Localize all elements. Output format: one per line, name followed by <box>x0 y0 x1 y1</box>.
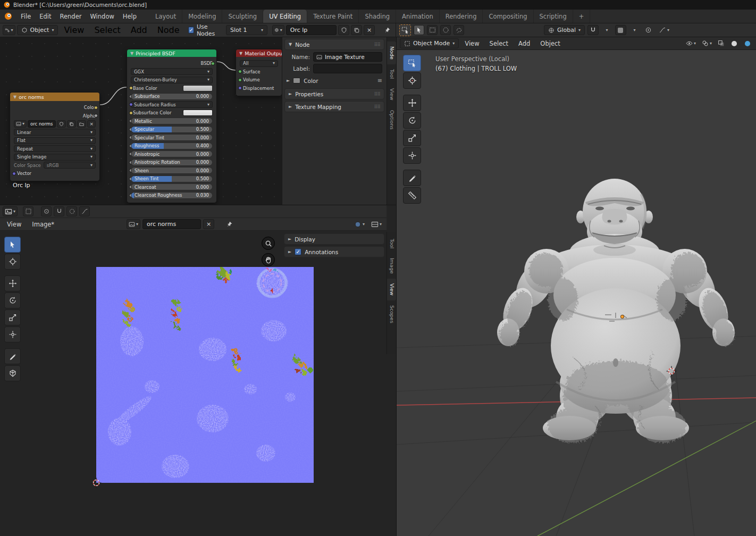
uv-image-editor-region[interactable]: ▾ View Image* ▾ <box>0 205 396 536</box>
metallic-slider[interactable]: Metallic0.000 <box>131 118 213 124</box>
select-mode-circle-icon[interactable] <box>440 25 451 35</box>
tab-tool[interactable]: Tool <box>387 234 396 253</box>
workspace-tab-compositing[interactable]: Compositing <box>483 10 533 23</box>
color-output-socket[interactable] <box>94 106 98 110</box>
editor-type-node-button[interactable]: ▾ <box>3 25 15 35</box>
panel-drag-handle-icon[interactable]: ⠿⠿ <box>374 91 380 97</box>
shader-menu-node[interactable]: Node <box>153 25 184 35</box>
clearcoat-roughness-slider[interactable]: Clearcoat Roughness0.030 <box>131 192 213 199</box>
panel-drag-handle-icon[interactable]: ⠿⠿ <box>374 42 380 47</box>
fake-user-shield-button[interactable] <box>57 120 66 128</box>
add-workspace-button[interactable]: + <box>573 10 591 23</box>
shading-solid-sphere-icon[interactable] <box>728 38 740 48</box>
volume-input-socket[interactable] <box>238 78 242 82</box>
annotations-panel-header[interactable]: ► ✓ Annotations <box>284 246 384 257</box>
shader-menu-view[interactable]: View <box>60 25 88 35</box>
xray-toggle-button[interactable] <box>716 38 727 48</box>
sheen-tint-slider[interactable]: Sheen Tint0.500 <box>131 175 213 182</box>
sss-method-dropdown[interactable]: Christensen-Burley▾ <box>131 77 213 83</box>
snap-settings-dropdown[interactable]: ▾ <box>601 25 612 35</box>
pin-button[interactable] <box>224 219 235 229</box>
tab-scopes[interactable]: Scopes <box>387 300 396 328</box>
properties-panel-header[interactable]: ► Properties ⠿⠿ <box>284 88 384 99</box>
workspace-tab-animation[interactable]: Animation <box>396 10 440 23</box>
tweak-tool-button[interactable] <box>4 237 21 253</box>
material-name-field[interactable]: Orc lp <box>286 25 337 35</box>
specular-tint-slider[interactable]: Specular Tint0.000 <box>131 134 213 141</box>
editor-type-image-button[interactable]: ▾ <box>3 206 18 216</box>
node-panel-header[interactable]: ▼ Node ⠿⠿ <box>284 39 384 50</box>
anisotropic-rotation-slider[interactable]: Anisotropic Rotation0.000 <box>131 159 213 166</box>
panel-drag-handle-icon[interactable]: ⠿⠿ <box>374 104 380 110</box>
surface-input-socket[interactable] <box>238 70 242 73</box>
vector-input-socket[interactable] <box>12 172 16 175</box>
display-channels-sphere-dropdown[interactable]: ▾ <box>352 219 367 229</box>
colorspace-dropdown[interactable]: sRGB▾ <box>44 162 96 169</box>
proportional-edit-dropdown[interactable]: ▾ <box>629 25 640 35</box>
uv-2d-cursor[interactable] <box>91 478 102 488</box>
color-subpanel-row[interactable]: ► Color ≡ <box>287 77 382 84</box>
falloff-curve-dropdown[interactable]: ▾ <box>657 25 671 35</box>
material-output-node[interactable]: ▼ Material Output All▾ Surface Volume Di… <box>236 49 282 96</box>
active-tool-select-box-button[interactable] <box>399 24 411 36</box>
image-texture-node[interactable]: ▼ orc norms Color Alpha ▾ <box>10 92 100 181</box>
tab-tool[interactable]: Tool <box>387 64 396 83</box>
interpolation-dropdown[interactable]: Linear▾ <box>14 129 96 136</box>
open-image-folder-button[interactable] <box>77 120 86 128</box>
uv-pivot-icon[interactable] <box>41 206 52 216</box>
base-color-socket[interactable] <box>129 86 133 90</box>
cursor-tool-button[interactable] <box>403 72 421 89</box>
annotations-checkbox[interactable]: ✓ <box>295 248 301 255</box>
workspace-tab-rendering[interactable]: Rendering <box>440 10 483 23</box>
material-slot-dropdown[interactable]: Slot 1 ▾ <box>226 25 267 35</box>
move-tool-button[interactable] <box>4 275 21 291</box>
rotate-tool-button[interactable] <box>4 292 21 308</box>
vp-menu-add[interactable]: Add <box>514 40 534 47</box>
workspace-tab-texture-paint[interactable]: Texture Paint <box>307 10 359 23</box>
uv-menu-view[interactable]: View <box>3 221 26 228</box>
expanded-icon[interactable]: ▼ <box>239 51 242 56</box>
shader-menu-add[interactable]: Add <box>127 25 152 35</box>
unlink-image-button[interactable]: × <box>87 120 96 128</box>
scale-tool-button[interactable] <box>4 309 21 325</box>
color-swatch[interactable] <box>293 78 300 83</box>
transform-orientation-dropdown[interactable]: Global ▾ <box>544 25 585 35</box>
tab-view[interactable]: View <box>387 83 396 105</box>
zoom-widget-button[interactable] <box>262 237 275 250</box>
blender-logo-icon[interactable] <box>0 10 16 23</box>
uv-menu-image[interactable]: Image* <box>28 221 58 228</box>
use-nodes-checkbox[interactable]: ✓ <box>188 27 194 34</box>
list-icon[interactable]: ≡ <box>377 77 382 84</box>
image-node-header[interactable]: ▼ orc norms <box>10 93 99 101</box>
snap-toggle-button[interactable] <box>587 25 599 35</box>
subsurface-slider[interactable]: Subsurface0.000 <box>131 93 213 100</box>
cursor-tool-button[interactable] <box>4 254 21 270</box>
sheen-slider[interactable]: Sheen0.000 <box>131 167 213 174</box>
copy-image-button[interactable] <box>67 120 76 128</box>
transform-tool-button[interactable] <box>403 147 421 164</box>
image-display-dropdown[interactable]: ▾ <box>369 219 384 229</box>
node-name-field[interactable]: Image Texture <box>313 52 382 62</box>
uv-image-name-field[interactable]: orc norms <box>142 219 201 229</box>
select-mode-tweak-icon[interactable] <box>414 25 424 35</box>
menu-edit[interactable]: Edit <box>35 10 55 23</box>
select-box-tool-button[interactable] <box>403 55 421 71</box>
select-mode-box-icon[interactable] <box>427 25 438 35</box>
move-tool-button[interactable] <box>403 95 421 111</box>
menu-window[interactable]: Window <box>86 10 118 23</box>
specular-slider[interactable]: Specular0.500 <box>131 126 213 133</box>
workspace-tab-scripting[interactable]: Scripting <box>534 10 573 23</box>
copy-material-button[interactable] <box>351 25 362 35</box>
pin-button[interactable] <box>382 25 393 35</box>
measure-tool-button[interactable] <box>4 365 21 381</box>
browse-image-button[interactable]: ▾ <box>14 120 27 128</box>
alpha-output-socket[interactable] <box>94 114 98 118</box>
principled-node-header[interactable]: ▼ Principled BSDF <box>127 49 216 57</box>
tab-image[interactable]: Image <box>387 253 396 279</box>
shading-material-sphere-icon[interactable] <box>742 38 753 48</box>
uv-snap-icon[interactable] <box>54 206 64 216</box>
subsurface-radius-dropdown[interactable]: Subsurface Radius▾ <box>131 101 213 108</box>
workspace-tab-sculpting[interactable]: Sculpting <box>222 10 263 23</box>
select-mode-lasso-icon[interactable] <box>453 25 464 35</box>
menu-render[interactable]: Render <box>56 10 86 23</box>
